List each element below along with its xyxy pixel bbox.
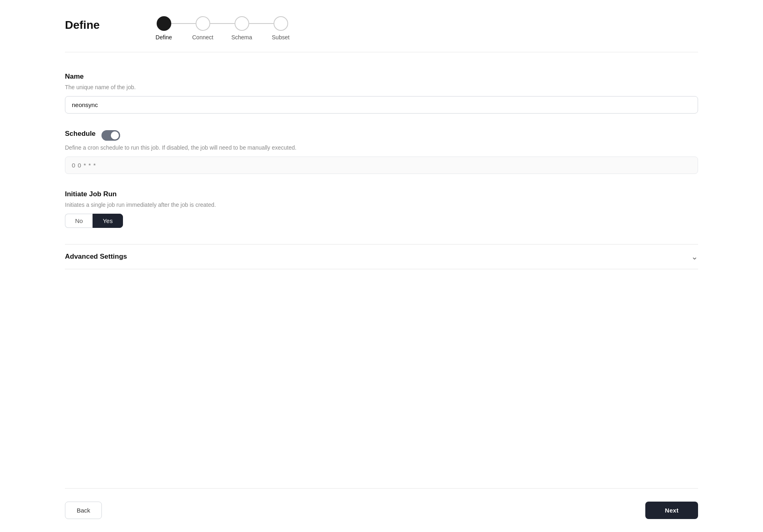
step-label-subset: Subset [272,34,290,41]
initiate-section: Initiate Job Run Initiates a single job … [65,190,698,228]
step-label-schema: Schema [231,34,252,41]
no-button[interactable]: No [65,214,93,228]
chevron-down-icon: ⌄ [691,252,698,262]
step-label-wrapper-define: Define [157,34,171,41]
step-connector-1 [171,23,196,24]
toggle-thumb [111,131,119,139]
advanced-bottom-divider [65,269,698,269]
step-dot-connect [196,16,210,31]
page-title: Define [65,16,100,32]
schedule-description: Define a cron schedule to run this job. … [65,144,698,151]
stepper-labels: Define Connect Schema Subset [157,34,288,41]
yesno-group: No Yes [65,214,698,228]
footer: Back Next [0,489,763,532]
step-label-wrapper-connect: Connect [196,34,210,41]
schedule-toggle[interactable] [101,130,120,141]
name-section: Name The unique name of the job. [65,73,698,114]
initiate-label: Initiate Job Run [65,190,698,198]
step-label-connect: Connect [192,34,213,41]
schedule-section: Schedule Define a cron schedule to run t… [65,130,698,174]
step-connector-3 [249,23,274,24]
name-description: The unique name of the job. [65,84,698,90]
stepper-dots [157,16,288,31]
schedule-label: Schedule [65,130,96,138]
step-label-define: Define [155,34,172,41]
advanced-settings: Advanced Settings ⌄ [65,244,698,269]
step-label-wrapper-schema: Schema [235,34,249,41]
step-label-wrapper-subset: Subset [274,34,288,41]
next-button[interactable]: Next [645,502,698,519]
step-connector-2 [210,23,235,24]
page-container: Define Define [0,0,763,532]
step-dot-schema [235,16,249,31]
step-dot-subset [274,16,288,31]
stepper: Define Connect Schema Subset [132,16,698,41]
initiate-description: Initiates a single job run immediately a… [65,202,698,208]
header: Define Define [0,0,763,41]
schedule-header: Schedule [65,130,698,141]
name-input[interactable] [65,96,698,114]
name-label: Name [65,73,698,81]
main-content: Name The unique name of the job. Schedul… [0,52,763,488]
cron-input[interactable] [65,157,698,174]
advanced-settings-title: Advanced Settings [65,253,127,261]
advanced-settings-toggle[interactable]: Advanced Settings ⌄ [65,245,698,269]
step-dot-define [157,16,171,31]
back-button[interactable]: Back [65,502,102,519]
yes-button[interactable]: Yes [93,214,123,228]
